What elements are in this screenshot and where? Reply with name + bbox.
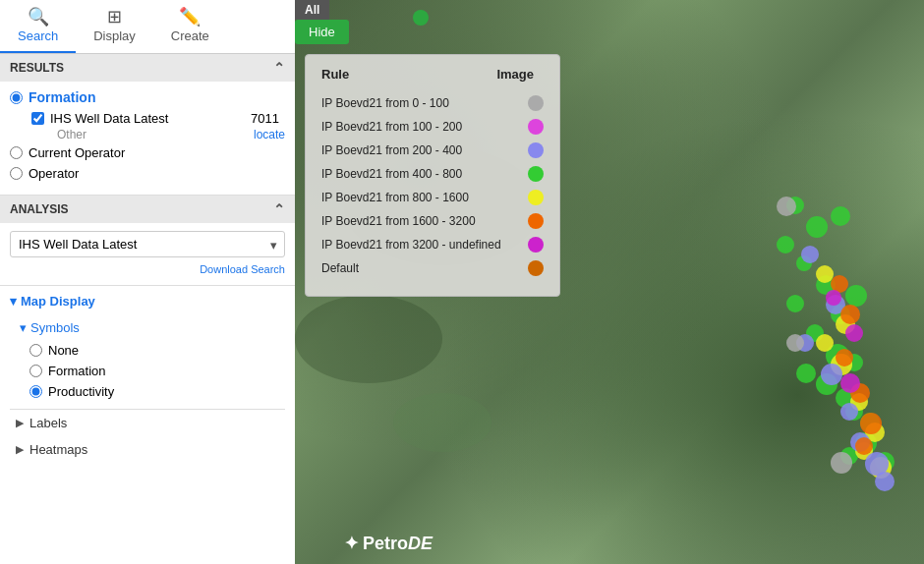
results-header[interactable]: RESULTS (0, 54, 295, 82)
symbols-expand-icon: ▾ (20, 320, 27, 335)
map-area[interactable]: All Hide Rule Image IP Boevd21 from 0 - … (295, 0, 924, 564)
map-dot (777, 236, 794, 254)
legend-row: IP Boevd21 from 200 - 400 (321, 142, 544, 158)
map-dot (806, 216, 828, 238)
rule-header: Rule (321, 67, 349, 82)
legend-row-label: IP Boevd21 from 100 - 200 (321, 120, 528, 134)
map-dot (831, 206, 850, 226)
nav-search-label: Search (18, 28, 58, 43)
heatmaps-expand-icon: ▶ (16, 443, 24, 456)
nav-display[interactable]: ⊞ Display (76, 0, 153, 53)
legend-row-label: IP Boevd21 from 800 - 1600 (321, 191, 528, 204)
dataset-count: 7011 (251, 111, 279, 126)
legend-row: IP Boevd21 from 3200 - undefined (321, 237, 544, 253)
legend-row-dot (528, 166, 544, 182)
map-dot (845, 285, 867, 307)
dataset-checkbox[interactable] (31, 112, 44, 125)
legend-row-dot (528, 119, 544, 135)
map-dot (821, 364, 842, 385)
map-dot (777, 197, 796, 216)
labels-expand-icon: ▶ (16, 417, 24, 429)
legend-rows: IP Boevd21 from 0 - 100 IP Boevd21 from … (321, 95, 544, 276)
legend-row: IP Boevd21 from 800 - 1600 (321, 190, 544, 205)
current-operator-radio[interactable] (10, 146, 23, 159)
symbols-header[interactable]: ▾ Symbols (0, 316, 295, 339)
map-display-label: Map Display (21, 294, 95, 309)
hide-button[interactable]: Hide (295, 20, 349, 44)
map-dot (875, 472, 895, 491)
map-dot (826, 290, 841, 306)
left-panel: 🔍 Search ⊞ Display ✏️ Create RESULTS For… (0, 0, 295, 564)
legend-row: IP Boevd21 from 1600 - 3200 (321, 213, 544, 229)
analysis-section: ANALYSIS IHS Well Data Latest ▾ Download… (0, 196, 295, 286)
map-display-header[interactable]: ▾ Map Display (0, 286, 295, 316)
map-display-section: ▾ Map Display ▾ Symbols None Formation P… (0, 286, 295, 564)
formation-symbol-radio-label[interactable]: Formation (29, 364, 265, 378)
map-background: All Hide Rule Image IP Boevd21 from 0 - … (295, 0, 924, 564)
analysis-content: IHS Well Data Latest ▾ Download Search (0, 223, 295, 285)
symbols-label: Symbols (30, 320, 80, 335)
operator-radio[interactable] (10, 167, 23, 180)
formation-radio-label[interactable]: Formation (10, 89, 285, 105)
dataset-select[interactable]: IHS Well Data Latest (10, 231, 285, 257)
terrain-patch3 (393, 393, 491, 452)
results-section: RESULTS Formation IHS Well Data Latest 7… (0, 54, 295, 196)
map-dot (855, 437, 873, 455)
petrode-text: PetroDE (363, 534, 433, 554)
results-collapse-icon (273, 60, 285, 76)
other-row: Other locate (57, 128, 285, 141)
locate-link[interactable]: locate (254, 128, 285, 141)
map-dot (860, 413, 882, 434)
operator-radio-label[interactable]: Operator (10, 166, 285, 181)
none-radio-label[interactable]: None (29, 343, 265, 358)
legend-row: IP Boevd21 from 100 - 200 (321, 119, 544, 135)
none-radio[interactable] (29, 344, 42, 357)
analysis-header[interactable]: ANALYSIS (0, 196, 295, 223)
nav-search[interactable]: 🔍 Search (0, 0, 76, 53)
current-operator-radio-label[interactable]: Current Operator (10, 145, 285, 160)
image-header: Image (496, 67, 534, 82)
map-dot (845, 324, 863, 342)
map-dot (786, 334, 804, 352)
productivity-radio[interactable] (29, 385, 42, 398)
legend-row-dot (528, 260, 544, 276)
dataset-label: IHS Well Data Latest (50, 111, 168, 126)
labels-item[interactable]: ▶ Labels (0, 410, 295, 436)
legend-row-label: IP Boevd21 from 400 - 800 (321, 167, 528, 181)
nav-create-label: Create (171, 28, 209, 43)
results-content: Formation IHS Well Data Latest 7011 Othe… (0, 82, 295, 195)
legend-row-label: Default (321, 261, 528, 275)
create-icon: ✏️ (179, 8, 201, 26)
nav-display-label: Display (93, 28, 136, 43)
map-dot (816, 334, 834, 352)
nav-create[interactable]: ✏️ Create (153, 0, 227, 53)
operator-label: Operator (29, 166, 79, 181)
legend-row-dot (528, 237, 544, 253)
productivity-radio-label[interactable]: Productivity (29, 384, 265, 399)
dataset-checkbox-row: IHS Well Data Latest 7011 (31, 111, 285, 126)
all-button[interactable]: All (295, 0, 329, 20)
legend-row: IP Boevd21 from 400 - 800 (321, 166, 544, 182)
map-dot (840, 403, 858, 421)
formation-radio[interactable] (10, 91, 23, 104)
heatmaps-item[interactable]: ▶ Heatmaps (0, 436, 295, 463)
analysis-collapse-icon (273, 201, 285, 217)
map-dot (840, 373, 860, 393)
legend-row-label: IP Boevd21 from 3200 - undefined (321, 238, 528, 252)
legend-row: IP Boevd21 from 0 - 100 (321, 95, 544, 111)
formation-symbol-radio[interactable] (29, 365, 42, 377)
legend-row: Default (321, 260, 544, 276)
legend-popup: Rule Image IP Boevd21 from 0 - 100 IP Bo… (305, 54, 560, 297)
analysis-title: ANALYSIS (10, 202, 69, 216)
symbol-options: None Formation Productivity (0, 339, 295, 409)
heatmaps-label: Heatmaps (29, 442, 87, 457)
results-title: RESULTS (10, 61, 64, 75)
download-link[interactable]: Download Search (10, 261, 285, 277)
map-dot (801, 246, 819, 263)
labels-label: Labels (29, 416, 67, 430)
legend-row-dot (528, 190, 544, 205)
legend-row-label: IP Boevd21 from 0 - 100 (321, 96, 528, 110)
map-dot (840, 305, 860, 324)
top-nav: 🔍 Search ⊞ Display ✏️ Create (0, 0, 295, 54)
legend-row-dot (528, 213, 544, 229)
